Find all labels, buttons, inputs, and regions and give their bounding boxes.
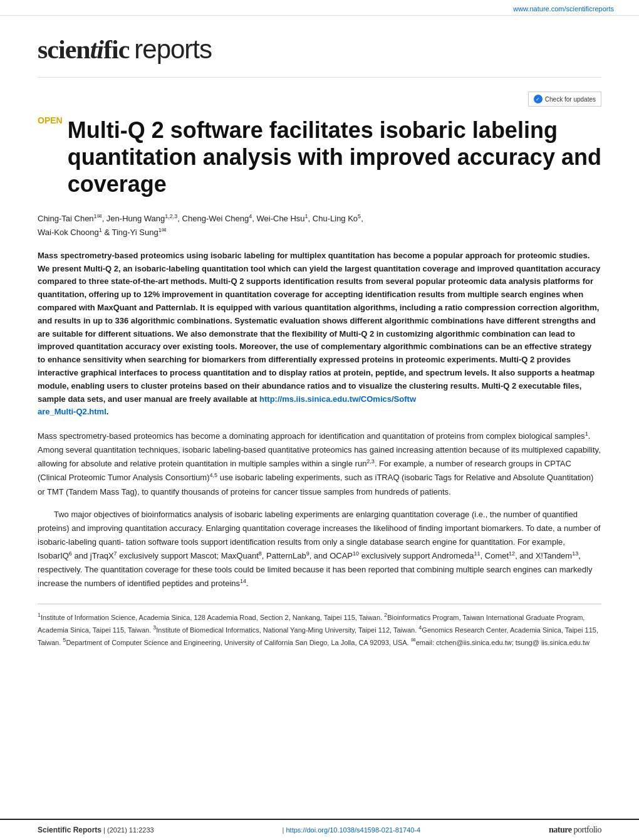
logo-reports-text: reports: [134, 34, 212, 65]
body-paragraph-2: Two major objectives of bioinformatics a…: [38, 508, 601, 591]
title-row: OPEN Multi-Q 2 software facilitates isob…: [38, 110, 601, 209]
body-p1-text: Mass spectrometry-based proteomics has b…: [38, 431, 601, 496]
footer-publisher: nature portfolio: [549, 825, 601, 835]
journal-logo: scientific reports: [38, 34, 601, 65]
footnotes: 1Institute of Information Science, Acade…: [38, 604, 601, 649]
open-badge: OPEN: [38, 115, 63, 125]
footer-journal-text: Scientific Reports: [38, 826, 101, 834]
check-updates-label: Check for updates: [545, 96, 596, 103]
abstract: Mass spectrometry-based proteomics using…: [38, 249, 601, 419]
logo-scientific-text: scientific: [38, 34, 129, 65]
body-p2-text: Two major objectives of bioinformatics a…: [38, 508, 601, 591]
footer-bar: Scientific Reports | (2021) 11:2233 | ht…: [0, 819, 639, 840]
footer-doi-link[interactable]: https://doi.org/10.1038/s41598-021-81740…: [286, 826, 420, 834]
authors: Ching-Tai Chen1✉, Jen-Hung Wang1,2,3, Ch…: [38, 212, 601, 239]
abstract-url[interactable]: http://ms.iis.sinica.edu.tw/COmics/Softw…: [38, 394, 416, 417]
publisher-logo: nature portfolio: [549, 825, 601, 834]
nature-text: nature: [549, 825, 571, 834]
check-icon: ✓: [534, 95, 543, 103]
top-bar: www.nature.com/scientificreports: [0, 0, 639, 16]
body-paragraph-1: Mass spectrometry-based proteomics has b…: [38, 429, 601, 498]
abstract-text: Mass spectrometry-based proteomics using…: [38, 251, 600, 417]
portfolio-text: portfolio: [574, 825, 602, 834]
footer-journal-name: Scientific Reports | (2021) 11:2233: [38, 826, 154, 834]
footer-year-volume: (2021) 11:2233: [107, 826, 154, 834]
footnotes-text: 1Institute of Information Science, Acade…: [38, 614, 598, 647]
footer-doi: | https://doi.org/10.1038/s41598-021-817…: [283, 826, 421, 834]
check-updates-badge: ✓ Check for updates: [528, 92, 601, 107]
journal-url[interactable]: www.nature.com/scientificreports: [513, 5, 614, 13]
authors-text: Ching-Tai Chen1✉, Jen-Hung Wang1,2,3, Ch…: [38, 214, 363, 237]
article-title: Multi-Q 2 software facilitates isobaric …: [68, 117, 601, 198]
